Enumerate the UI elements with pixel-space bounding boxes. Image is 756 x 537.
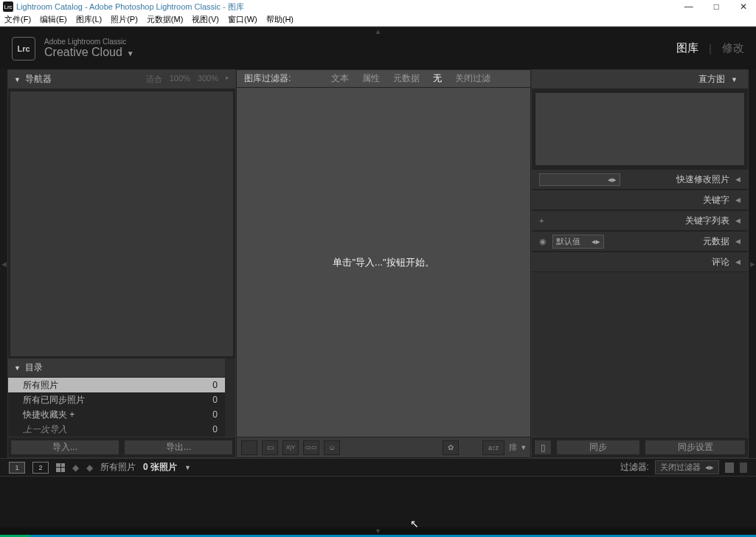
second-window-button[interactable]: 2: [32, 462, 49, 474]
collapse-icon: ▼: [14, 76, 21, 83]
grid-view-button[interactable]: [241, 440, 257, 455]
plus-icon[interactable]: +: [539, 216, 549, 225]
filter-none[interactable]: 无: [433, 72, 442, 85]
menu-photo[interactable]: 照片(P): [111, 14, 138, 25]
menu-window[interactable]: 窗口(W): [228, 14, 257, 25]
nav-forward-button[interactable]: ◆: [86, 462, 93, 473]
filter-attribute[interactable]: 属性: [362, 72, 380, 85]
catalog-header[interactable]: ▼ 目录: [8, 358, 225, 378]
menu-file[interactable]: 文件(F): [4, 14, 31, 25]
quick-develop-label: 快速修改照片: [620, 173, 729, 186]
breadcrumb-source[interactable]: 所有照片: [100, 461, 136, 474]
catalog-item-synced[interactable]: 所有已同步照片 0: [8, 392, 225, 407]
center-toolbar: ▭ X|Y ▭▭ ☺ ✿ a↕z 排 ▾: [237, 437, 530, 457]
catalog-item-label: 快捷收藏夹 +: [15, 409, 203, 421]
nav-back-button[interactable]: ◆: [72, 462, 79, 473]
comments-label: 评论: [539, 256, 729, 268]
window-title: Lightroom Catalog - Adobe Photoshop Ligh…: [16, 1, 684, 13]
collapse-icon: ◀: [735, 258, 741, 266]
keywords-label: 关键字: [539, 194, 729, 207]
catalog-item-count: 0: [203, 409, 218, 420]
app-logo: Lrc: [12, 37, 35, 60]
maximize-button[interactable]: □: [714, 1, 719, 12]
eye-icon[interactable]: ◉: [539, 237, 549, 246]
import-button[interactable]: 导入...: [10, 440, 119, 455]
menu-edit[interactable]: 编辑(E): [40, 14, 67, 25]
menu-view[interactable]: 视图(V): [192, 14, 219, 25]
photo-count: 0 张照片: [143, 461, 177, 474]
navigator-header[interactable]: ▼ 导航器 适合 100% 300% ▸: [8, 70, 235, 89]
window-titlebar: Lrc Lightroom Catalog - Adobe Photoshop …: [0, 0, 756, 13]
navigator-preview: [10, 91, 234, 357]
survey-view-button[interactable]: ▭▭: [303, 440, 319, 455]
collapse-icon: ◀: [735, 217, 741, 224]
quick-develop-header[interactable]: ◂▸ 快速修改照片 ◀: [532, 169, 748, 190]
zoom-fit[interactable]: 适合: [146, 74, 162, 85]
filter-close[interactable]: 关闭过滤: [455, 72, 490, 85]
catalog-title: 目录: [25, 361, 219, 374]
scrollbar[interactable]: [225, 358, 235, 437]
left-panel: ▼ 导航器 适合 100% 300% ▸ ▼ 目录: [7, 69, 236, 458]
menu-help[interactable]: 帮助(H): [266, 14, 294, 25]
right-panel-handle[interactable]: ▶: [749, 69, 756, 458]
catalog-item-label: 所有照片: [15, 379, 203, 392]
catalog-item-quick[interactable]: 快捷收藏夹 + 0: [8, 407, 225, 422]
sort-label[interactable]: 排: [509, 442, 517, 453]
zoom-100[interactable]: 100%: [170, 74, 190, 85]
zoom-300[interactable]: 300%: [198, 74, 218, 85]
sort-direction-button[interactable]: a↕z: [482, 440, 504, 455]
sync-lock-button[interactable]: ▯: [534, 440, 552, 455]
chevron-icon[interactable]: ▸: [226, 74, 229, 85]
filmstrip-toggle[interactable]: [740, 462, 747, 473]
breadcrumb-dropdown-icon[interactable]: ▼: [184, 464, 191, 471]
metadata-preset-dropdown[interactable]: 默认值◂▸: [552, 235, 604, 249]
catalog-item-count: 0: [203, 424, 218, 434]
minimize-button[interactable]: —: [684, 1, 693, 12]
menu-metadata[interactable]: 元数据(M): [147, 14, 184, 25]
collapse-icon: ◀: [735, 196, 741, 204]
catalog-item-all-photos[interactable]: 所有照片 0: [8, 378, 225, 392]
main-window-button[interactable]: 1: [9, 462, 25, 474]
people-view-button[interactable]: ☺: [324, 440, 340, 455]
sync-button[interactable]: 同步: [556, 440, 640, 455]
close-button[interactable]: ✕: [740, 1, 747, 12]
quickdev-preset-dropdown[interactable]: ◂▸: [539, 173, 620, 186]
sort-dropdown-icon[interactable]: ▾: [521, 443, 526, 452]
loupe-view-button[interactable]: ▭: [262, 440, 278, 455]
filter-text[interactable]: 文本: [331, 72, 349, 85]
keyword-list-label: 关键字列表: [552, 215, 729, 227]
module-develop[interactable]: 修改: [722, 41, 744, 55]
metadata-header[interactable]: ◉ 默认值◂▸ 元数据 ◀: [532, 231, 748, 252]
comments-header[interactable]: 评论 ◀: [532, 252, 748, 272]
filter-preset-dropdown[interactable]: 关闭过滤器 ◂▸: [655, 460, 719, 474]
keywords-header[interactable]: 关键字 ◀: [532, 190, 748, 210]
export-button[interactable]: 导出...: [124, 440, 233, 455]
identity-bar: ▲ Lrc Adobe Lightroom Classic Creative C…: [0, 27, 756, 69]
left-panel-handle[interactable]: ◀: [0, 69, 7, 458]
keyword-list-header[interactable]: + 关键字列表 ◀: [532, 210, 748, 231]
filter-lock-icon[interactable]: [725, 462, 734, 473]
catalog-item-label: 所有已同步照片: [15, 394, 203, 406]
histogram-header[interactable]: 直方图 ▼: [532, 70, 748, 89]
module-library[interactable]: 图库: [676, 41, 698, 55]
catalog-item-lastimport[interactable]: 上一次导入 0: [8, 422, 225, 437]
filter-metadata[interactable]: 元数据: [393, 72, 420, 85]
filmstrip[interactable]: [0, 476, 756, 527]
collapse-bottom-icon[interactable]: ▼: [0, 527, 756, 535]
import-hint-text: 单击"导入..."按钮开始。: [333, 256, 434, 269]
painter-tool-button[interactable]: ✿: [443, 440, 459, 455]
sync-settings-button[interactable]: 同步设置: [645, 440, 746, 455]
brand-line2[interactable]: Creative Cloud▼: [44, 46, 134, 59]
grid-icon[interactable]: [56, 463, 65, 472]
collapse-top-icon[interactable]: ▲: [375, 27, 382, 35]
histogram-display: [535, 92, 745, 166]
collapse-icon: ▼: [731, 76, 738, 83]
brand-line1: Adobe Lightroom Classic: [44, 38, 134, 46]
collapse-icon: ◀: [735, 238, 741, 245]
catalog-item-label: 上一次导入: [15, 423, 203, 436]
compare-view-button[interactable]: X|Y: [282, 440, 299, 455]
chevron-down-icon: ▼: [127, 49, 134, 58]
menu-library[interactable]: 图库(L): [76, 14, 102, 25]
collapse-icon: ▼: [14, 364, 21, 372]
histogram-title: 直方图: [538, 73, 725, 86]
